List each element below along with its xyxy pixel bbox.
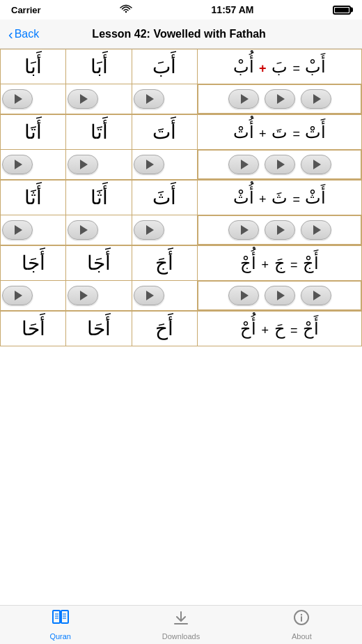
row-group-4: أَجَا أَجَا أَجَ أَجْ = جَ + أُجْ — [1, 245, 362, 311]
table-row: أَبَا أَبَا أَبَ أَبْ = بَ + أُبْ — [1, 49, 362, 84]
cell-arabic: أَجَا — [1, 245, 66, 281]
play-button[interactable] — [134, 155, 164, 174]
formula-base: أُثْ — [233, 189, 254, 207]
play-button[interactable] — [68, 89, 98, 109]
download-icon — [172, 609, 190, 630]
cell-formula: أَبْ = بَ + أُبْ — [198, 49, 362, 84]
play-cell — [1, 150, 66, 181]
play-button[interactable] — [228, 89, 259, 109]
cell-arabic: أَتَا — [66, 114, 132, 150]
play-button[interactable] — [265, 89, 295, 109]
cell-arabic: أَثَا — [66, 180, 132, 215]
play-button[interactable] — [68, 286, 98, 305]
cell-arabic: أَبَا — [66, 49, 132, 84]
table-row: أَحَا أَحَا أَحَ أَحْ = حَ + أُحْ — [1, 311, 362, 346]
table-row: أَتَا أَتَا أَتَ أَتْ = تَ + أُتْ — [1, 114, 362, 150]
play-button[interactable] — [2, 220, 33, 240]
play-cell — [132, 215, 197, 246]
tab-quran-label: Quran — [49, 632, 71, 641]
play-button[interactable] — [68, 220, 98, 240]
cell-arabic: أَحَا — [66, 311, 132, 346]
play-button[interactable] — [134, 89, 164, 109]
play-cell — [132, 281, 197, 312]
formula-equals: = — [292, 127, 300, 141]
table-row-controls — [1, 281, 362, 312]
play-button[interactable] — [301, 89, 331, 109]
tab-about[interactable]: About — [242, 606, 362, 644]
cell-arabic: أَثَ — [132, 180, 197, 215]
play-cell — [1, 281, 66, 312]
row-group-3: أَثَا أَثَا أَثَ أَثْ = ثَ + أُثْ — [1, 180, 362, 245]
play-cell — [66, 84, 132, 115]
play-button[interactable] — [134, 220, 164, 240]
cell-formula: أَثْ = ثَ + أُثْ — [198, 180, 362, 215]
cell-formula: أَجْ = جَ + أُجْ — [198, 245, 362, 281]
play-button[interactable] — [301, 155, 331, 174]
play-cell-group — [198, 150, 361, 179]
cell-arabic: أَجَ — [132, 245, 197, 281]
play-button[interactable] — [2, 155, 33, 174]
play-button[interactable] — [228, 155, 259, 174]
play-button[interactable] — [228, 286, 259, 305]
svg-rect-1 — [61, 611, 68, 623]
wifi-icon — [120, 4, 132, 16]
page-title: Lesson 42: Vowelled with Fathah — [4, 28, 354, 40]
play-button[interactable] — [2, 286, 33, 305]
formula-letter: جَ — [274, 254, 285, 273]
formula-result: أَبْ — [305, 58, 326, 76]
play-button[interactable] — [265, 155, 295, 174]
cell-arabic: أَجَا — [66, 245, 132, 281]
formula-base: أُتْ — [233, 123, 254, 141]
formula-plus: + — [259, 192, 267, 206]
play-button[interactable] — [265, 286, 295, 305]
play-button[interactable] — [301, 286, 331, 305]
play-cell-group — [198, 84, 361, 114]
svg-rect-0 — [53, 611, 60, 623]
row-group-1: أَبَا أَبَا أَبَ أَبْ = بَ + أُبْ — [1, 49, 362, 115]
cell-arabic: أَحَ — [132, 311, 197, 346]
play-button[interactable] — [2, 89, 33, 109]
info-icon — [293, 609, 310, 630]
play-cell — [66, 150, 132, 181]
play-cell-group — [198, 281, 361, 310]
play-cell — [132, 150, 197, 181]
play-button[interactable] — [228, 220, 259, 240]
cell-arabic: أَبَا — [1, 49, 66, 84]
formula-equals: = — [292, 61, 300, 75]
play-button[interactable] — [68, 155, 98, 174]
cell-arabic: أَبَ — [132, 49, 197, 84]
row-group-5: أَحَا أَحَا أَحَ أَحْ = حَ + أُحْ — [1, 311, 362, 346]
lesson-table: أَبَا أَبَا أَبَ أَبْ = بَ + أُبْ — [0, 49, 362, 346]
nav-bar: ‹ Back Lesson 42: Vowelled with Fathah — [0, 20, 362, 49]
cell-arabic: أَتَا — [1, 114, 66, 150]
play-button[interactable] — [134, 286, 164, 305]
cell-arabic: أَثَا — [1, 180, 66, 215]
play-button[interactable] — [301, 220, 331, 240]
table-row-controls — [1, 150, 362, 181]
status-time: 11:57 AM — [212, 4, 254, 15]
tab-quran[interactable]: Quran — [0, 606, 120, 644]
tab-downloads[interactable]: Downloads — [120, 606, 241, 644]
formula-letter: ثَ — [272, 189, 288, 207]
formula-base: أُجْ — [240, 254, 256, 273]
battery-icon — [333, 6, 351, 15]
play-button[interactable] — [265, 220, 295, 240]
formula-equals: = — [290, 258, 298, 272]
formula-base: أُبْ — [233, 58, 254, 76]
table-row: أَجَا أَجَا أَجَ أَجْ = جَ + أُجْ — [1, 245, 362, 281]
table-row: أَثَا أَثَا أَثَ أَثْ = ثَ + أُثْ — [1, 180, 362, 215]
lesson-content: أَبَا أَبَا أَبَ أَبْ = بَ + أُبْ — [0, 49, 362, 605]
formula-result: أَجْ — [303, 254, 319, 273]
formula-base: أُحْ — [240, 320, 256, 338]
play-cell — [66, 281, 132, 312]
cell-formula: أَتْ = تَ + أُتْ — [198, 114, 362, 150]
tab-bar: Quran Downloads About — [0, 605, 362, 644]
table-row-controls — [1, 215, 362, 246]
row-group-2: أَتَا أَتَا أَتَ أَتْ = تَ + أُتْ — [1, 114, 362, 180]
book-icon — [51, 609, 70, 630]
play-cell-group — [198, 215, 361, 245]
tab-about-label: About — [292, 632, 312, 641]
formula-plus: + — [262, 323, 269, 337]
play-cell — [1, 84, 66, 115]
tab-downloads-label: Downloads — [162, 632, 200, 641]
